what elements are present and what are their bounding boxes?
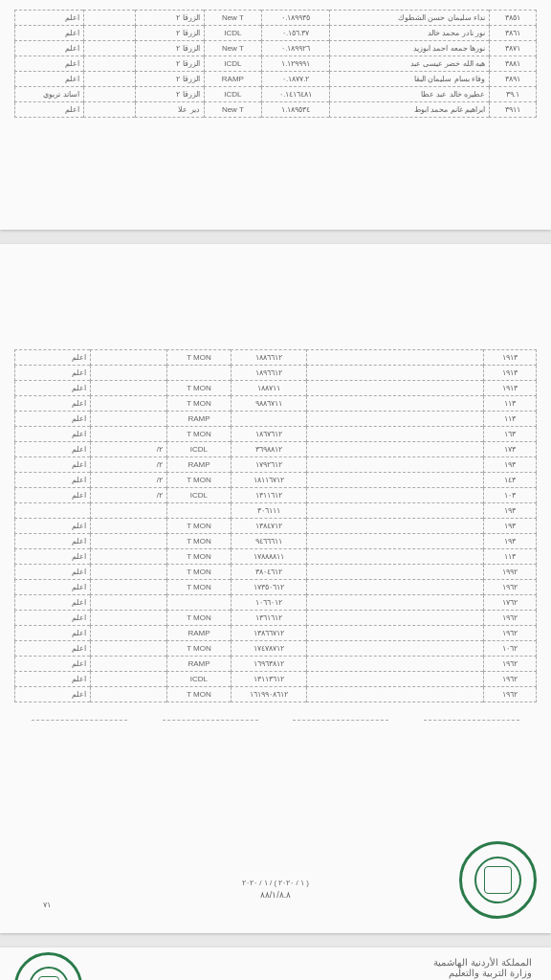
cell-type: اعلم — [15, 56, 84, 72]
cell-location2 — [83, 56, 136, 72]
cell-location: دير علا — [136, 102, 204, 118]
cell-id: ١٩١٣ — [484, 381, 537, 396]
cell-location: الزرقا ٢ — [136, 26, 204, 41]
cell-type: اعلم — [15, 641, 91, 657]
table-row: ١١٣RAMPاعلم — [15, 412, 537, 427]
cell-name: نورها جمعه احمد ابوزيد — [330, 41, 489, 56]
document-page-1: ٣٨٥١نداء سليمان حسن الشطوك٠.١٨٩٩٣٥New Tا… — [0, 0, 551, 230]
table-row: ١٩١٣١٨٨٧١١T MONاعلم — [15, 381, 537, 396]
cell-name — [307, 519, 484, 534]
table-row: ١٠٣١٣١١٦١٢ICDL٢/اعلم — [15, 488, 537, 503]
cell-code: T MON — [166, 580, 231, 595]
cell-location — [91, 427, 166, 442]
cell-location: الزرقا ٢ — [136, 87, 204, 102]
table-row: ١٩٦٢١٣٨٦٦٧١٢RAMPاعلم — [15, 626, 537, 641]
cell-number: ١٨٨٧١١ — [231, 381, 306, 396]
cell-code: ICDL — [166, 442, 231, 457]
signature-row — [14, 717, 537, 721]
table-row: ١٩١٣١٨٩٦٦١٢اعلم — [15, 366, 537, 381]
cell-location — [91, 519, 166, 534]
cell-number: ٠.١٥٦.٣٧ — [262, 26, 330, 41]
cell-name — [307, 595, 484, 611]
signature-box — [163, 717, 258, 721]
cell-location: ٢/ — [91, 473, 166, 488]
cell-name — [307, 534, 484, 549]
cell-type: اعلم — [15, 72, 84, 87]
cell-type: اعلم — [15, 611, 91, 626]
cell-number: ١٧٣٥٠٦١٢ — [231, 580, 306, 595]
cell-code: T MON — [166, 396, 231, 412]
cell-location — [91, 350, 166, 366]
cell-type: اعلم — [15, 565, 91, 580]
table-row: ١٤٣١٨١١٦٧١٢T MON٢/اعلم — [15, 473, 537, 488]
cell-location — [91, 657, 166, 672]
cell-code: New T — [204, 41, 261, 56]
cell-location: الزرقا ٢ — [136, 11, 204, 26]
cell-code: ICDL — [204, 26, 261, 41]
cell-location — [91, 672, 166, 687]
cell-code: T MON — [166, 381, 231, 396]
cell-name — [307, 442, 484, 457]
cell-id: ١٩١٣ — [484, 366, 537, 381]
cell-name — [307, 412, 484, 427]
cell-number: ١٧٨٨٨٨١١ — [231, 549, 306, 565]
cell-name: هبه الله خضر عيسى عبد — [330, 56, 489, 72]
cell-id: ١٠٦٢ — [484, 641, 537, 657]
table-row: ١٧٦٢١٠٦٦٠١٢اعلم — [15, 595, 537, 611]
cell-type: اعلم — [15, 488, 91, 503]
cell-number: ١٠٦٦٠١٢ — [231, 595, 306, 611]
cell-name — [307, 488, 484, 503]
cell-id: ١٩٦٢ — [484, 687, 537, 702]
cell-number: ٠.١٨٧٧.٢ — [262, 72, 330, 87]
cell-type: اعلم — [15, 427, 91, 442]
cell-location — [91, 565, 166, 580]
cell-location2 — [83, 41, 136, 56]
cell-number: ٣٠٦١١١ — [231, 503, 306, 519]
table-row: ١١٣٩٨٨٦٧١١T MONاعلم — [15, 396, 537, 412]
cell-type: اعلم — [15, 657, 91, 672]
cell-number: ٠.١٤١٦٤٨١ — [262, 87, 330, 102]
cell-code: RAMP — [204, 72, 261, 87]
cell-type: اعلم — [15, 442, 91, 457]
cell-id: ١٩٦٢ — [484, 672, 537, 687]
cell-location — [91, 580, 166, 595]
table-row: ١٦٣١٨٦٧٦١٢T MONاعلم — [15, 427, 537, 442]
cell-name — [307, 457, 484, 473]
cell-type: اعلم — [15, 549, 91, 565]
cell-id: ١٩١٣ — [484, 350, 537, 366]
page-number: ٧١ — [43, 901, 51, 909]
cell-type: اعلم — [15, 595, 91, 611]
cell-code: ICDL — [166, 672, 231, 687]
cell-location: الزرقا ٢ — [136, 56, 204, 72]
table-row: ١٩١٣١٨٨٦٦١٢T MONاعلم — [15, 350, 537, 366]
cell-id: ٣٨٥١ — [489, 11, 536, 26]
cell-number: ١.١٨٩٥٣٤ — [262, 102, 330, 118]
cell-id: ١٤٣ — [484, 473, 537, 488]
table-row: ١٩٣١٧٩٢٦١٢RAMP٢/اعلم — [15, 457, 537, 473]
cell-number: ١٨٩٦٦١٢ — [231, 366, 306, 381]
cell-location — [91, 687, 166, 702]
cell-number: ٠.١٨٩٩٣٥ — [262, 11, 330, 26]
table-row: ١٩٦٢١٣١١٣٦١٢ICDLاعلم — [15, 672, 537, 687]
cell-code — [166, 595, 231, 611]
cell-number: ١٧٩٢٦١٢ — [231, 457, 306, 473]
cell-id: ١٩٦٢ — [484, 657, 537, 672]
doc-header: المملكة الأردنية الهاشمية وزارة التربية … — [433, 957, 532, 978]
cell-type: اعلم — [15, 534, 91, 549]
table-row: ٣٨٨١هبه الله خضر عيسى عبد١.١٢٩٩٩١ICDLالز… — [15, 56, 537, 72]
cell-id: ١٩٦٢ — [484, 580, 537, 595]
cell-code: T MON — [166, 427, 231, 442]
cell-name — [307, 381, 484, 396]
cell-name — [307, 427, 484, 442]
cell-number: ١٣١١٦١٢ — [231, 488, 306, 503]
cell-number: ١٣١١٣٦١٢ — [231, 672, 306, 687]
document-page-3: المملكة الأردنية الهاشمية وزارة التربية … — [0, 947, 551, 980]
cell-name — [307, 396, 484, 412]
cell-id: ١٧٣ — [484, 442, 537, 457]
cell-id: ٣٨٧١ — [489, 41, 536, 56]
signature-box — [424, 717, 519, 721]
cell-id: ١٩٣ — [484, 457, 537, 473]
cell-number: ١٨٨٦٦١٢ — [231, 350, 306, 366]
cell-location — [91, 549, 166, 565]
cell-type: اعلم — [15, 519, 91, 534]
